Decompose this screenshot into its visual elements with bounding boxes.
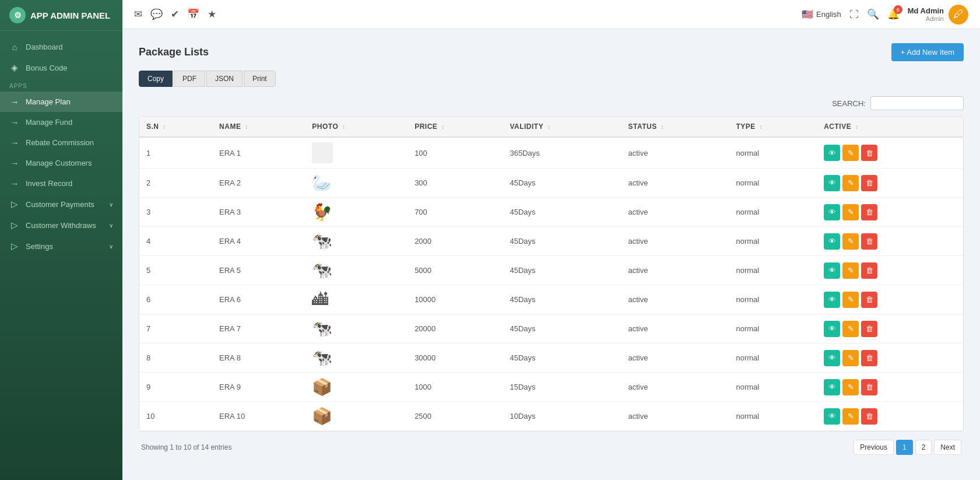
export-pdf-button[interactable]: PDF [174, 71, 205, 87]
delete-button[interactable]: 🗑 [861, 292, 877, 308]
cell-sn: 4 [139, 227, 212, 256]
photo-icon: 🐄 [312, 261, 332, 279]
cell-status: active [621, 402, 729, 431]
col-photo: PHOTO ↕ [305, 117, 408, 137]
view-button[interactable]: 👁 [824, 350, 840, 366]
mail-icon[interactable]: ✉ [134, 8, 142, 20]
col-price: PRICE ↕ [408, 117, 503, 137]
page-2-button[interactable]: 2 [915, 440, 932, 455]
sidebar-label-dashboard: Dashboard [26, 43, 63, 51]
photo-icon: 🦢 [312, 174, 332, 192]
cell-validity: 15Days [503, 373, 621, 402]
cell-name: ERA 4 [212, 227, 305, 256]
calendar-icon[interactable]: 📅 [187, 8, 199, 20]
delete-button[interactable]: 🗑 [861, 321, 877, 337]
view-button[interactable]: 👁 [824, 379, 840, 395]
sidebar-label-withdraws: Customer Withdraws [26, 221, 96, 230]
delete-button[interactable]: 🗑 [861, 408, 877, 425]
view-button[interactable]: 👁 [824, 408, 840, 425]
sidebar-label-bonus-code: Bonus Code [26, 64, 68, 72]
star-icon[interactable]: ★ [208, 8, 216, 20]
view-button[interactable]: 👁 [824, 233, 840, 250]
page-1-button[interactable]: 1 [896, 440, 913, 455]
delete-button[interactable]: 🗑 [861, 175, 877, 191]
cell-photo: 🐄 [305, 227, 408, 256]
user-menu[interactable]: Md Admin Admin 🖊 [908, 5, 968, 24]
action-buttons: 👁 ✎ 🗑 [824, 379, 956, 395]
search-icon[interactable]: 🔍 [867, 8, 879, 20]
table-row: 9 ERA 9 📦 1000 15Days active normal 👁 ✎ … [139, 373, 963, 402]
sidebar-label-settings: Settings [26, 242, 53, 251]
notification-bell[interactable]: 🔔 6 [887, 8, 900, 20]
edit-button[interactable]: ✎ [842, 175, 859, 191]
previous-button[interactable]: Previous [853, 440, 894, 455]
cell-type: normal [729, 314, 817, 344]
chevron-withdraws: ∨ [109, 222, 113, 229]
cell-photo [305, 137, 408, 169]
sidebar-item-bonus-code[interactable]: ◈ Bonus Code [0, 57, 122, 78]
cell-active: 👁 ✎ 🗑 [817, 227, 963, 256]
cell-sn: 10 [139, 402, 212, 431]
view-button[interactable]: 👁 [824, 292, 840, 308]
sidebar-item-manage-fund[interactable]: → Manage Fund [0, 112, 122, 132]
edit-button[interactable]: ✎ [842, 408, 859, 425]
edit-button[interactable]: ✎ [842, 379, 859, 395]
sidebar-item-customer-payments[interactable]: ▷ Customer Payments ∨ [0, 194, 122, 215]
export-json-button[interactable]: JSON [206, 71, 243, 87]
cell-type: normal [729, 227, 817, 256]
sidebar-item-settings[interactable]: ▷ Settings ∨ [0, 236, 122, 257]
chevron-settings: ∨ [109, 243, 113, 250]
sidebar-item-dashboard[interactable]: ⌂ Dashboard [0, 37, 122, 57]
delete-button[interactable]: 🗑 [861, 379, 877, 395]
sidebar-item-manage-customers[interactable]: → Manage Customers [0, 153, 122, 173]
search-input[interactable] [870, 96, 964, 110]
view-button[interactable]: 👁 [824, 175, 840, 191]
language-label: English [816, 10, 841, 19]
language-selector[interactable]: 🇺🇸 English [802, 9, 841, 20]
user-role: Admin [908, 15, 944, 22]
check-icon[interactable]: ✔ [171, 8, 179, 20]
cell-active: 👁 ✎ 🗑 [817, 137, 963, 169]
action-buttons: 👁 ✎ 🗑 [824, 262, 956, 279]
edit-button[interactable]: ✎ [842, 321, 859, 337]
next-button[interactable]: Next [934, 440, 961, 455]
col-name: NAME ↕ [212, 117, 305, 137]
view-button[interactable]: 👁 [824, 321, 840, 337]
expand-icon[interactable]: ⛶ [849, 9, 859, 20]
view-button[interactable]: 👁 [824, 262, 840, 279]
delete-button[interactable]: 🗑 [861, 145, 877, 161]
edit-button[interactable]: ✎ [842, 145, 859, 161]
cell-photo: 🏙 [305, 285, 408, 314]
edit-button[interactable]: ✎ [842, 204, 859, 220]
delete-button[interactable]: 🗑 [861, 262, 877, 279]
sidebar-label-payments: Customer Payments [26, 200, 94, 209]
chat-icon[interactable]: 💬 [150, 8, 163, 20]
sidebar-item-rebate-commission[interactable]: → Rebate Commission [0, 132, 122, 153]
pagination: Previous 1 2 Next [853, 440, 961, 455]
action-buttons: 👁 ✎ 🗑 [824, 408, 956, 425]
sidebar-item-manage-plan[interactable]: → Manage Plan [0, 92, 122, 112]
arrow-icon-manage-fund: → [9, 117, 20, 127]
notification-badge: 6 [894, 5, 902, 14]
edit-button[interactable]: ✎ [842, 262, 859, 279]
sidebar-item-invest-record[interactable]: → Invest Record [0, 173, 122, 194]
topbar-icons: ✉ 💬 ✔ 📅 ★ [134, 8, 216, 20]
edit-button[interactable]: ✎ [842, 292, 859, 308]
view-button[interactable]: 👁 [824, 145, 840, 161]
view-button[interactable]: 👁 [824, 204, 840, 220]
cell-active: 👁 ✎ 🗑 [817, 314, 963, 344]
showing-text: Showing 1 to 10 of 14 entries [141, 443, 231, 451]
export-copy-button[interactable]: Copy [139, 71, 173, 87]
delete-button[interactable]: 🗑 [861, 204, 877, 220]
edit-button[interactable]: ✎ [842, 233, 859, 250]
delete-button[interactable]: 🗑 [861, 350, 877, 366]
cell-sn: 3 [139, 198, 212, 227]
edit-button[interactable]: ✎ [842, 350, 859, 366]
delete-button[interactable]: 🗑 [861, 233, 877, 250]
cell-type: normal [729, 344, 817, 373]
sidebar-item-customer-withdraws[interactable]: ▷ Customer Withdraws ∨ [0, 215, 122, 236]
cell-sn: 1 [139, 137, 212, 169]
export-print-button[interactable]: Print [244, 71, 276, 87]
play-icon-withdraws: ▷ [9, 220, 20, 230]
add-new-item-button[interactable]: + Add New Item [891, 43, 964, 61]
